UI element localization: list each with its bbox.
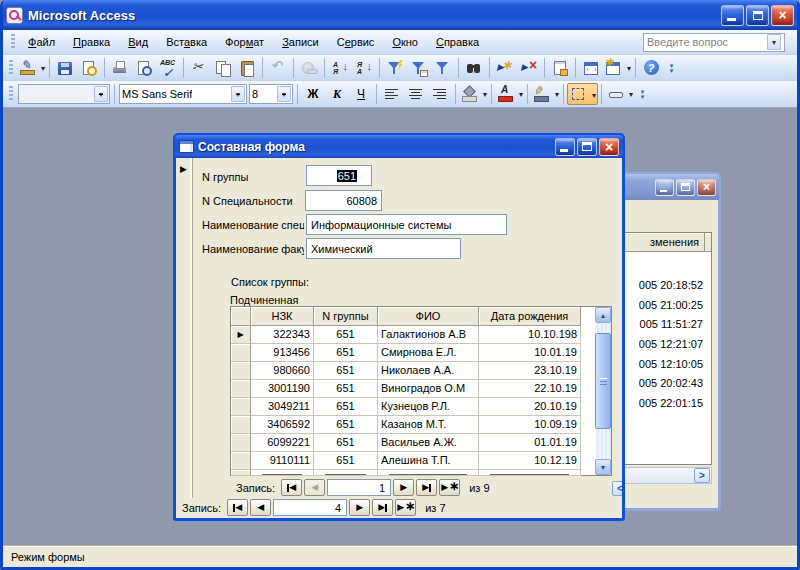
column-header-3[interactable]: Дата рождения (479, 307, 581, 326)
row-selector[interactable] (231, 416, 251, 434)
copy-button[interactable] (211, 57, 235, 79)
cell[interactable]: Васильев А.Ж. (378, 434, 479, 452)
row-selector[interactable] (231, 326, 251, 344)
menu-records[interactable]: Записи (273, 33, 328, 51)
database-window-button[interactable] (579, 57, 603, 79)
vertical-scrollbar[interactable]: ▲ ▼ (595, 307, 611, 475)
cell[interactable]: 10.12.19 (479, 452, 581, 470)
cell[interactable] (251, 470, 314, 476)
cut-button[interactable] (187, 57, 211, 79)
font-combo[interactable]: MS Sans Serif (119, 84, 247, 104)
scroll-up-button[interactable]: ▲ (595, 307, 611, 323)
form-titlebar[interactable]: Составная форма × (175, 135, 623, 158)
form-window[interactable]: Составная форма × ▶ N группы 651 N Специ… (173, 133, 625, 521)
subform-scroll-left-button[interactable] (612, 481, 622, 496)
previous-record-button[interactable] (304, 479, 325, 496)
menu-help[interactable]: Справка (427, 33, 488, 51)
cell[interactable]: 651 (314, 398, 378, 416)
minimize-button[interactable] (721, 5, 744, 26)
file-search-button[interactable] (77, 57, 101, 79)
record-selector-bar[interactable]: ▶ (176, 158, 193, 498)
cell[interactable]: 6099221 (251, 434, 314, 452)
properties-button[interactable] (548, 57, 572, 79)
scroll-down-button[interactable]: ▼ (595, 459, 611, 475)
line-width-button[interactable] (605, 83, 634, 105)
align-left-button[interactable] (380, 83, 404, 105)
row-selector-header[interactable] (231, 307, 251, 326)
next-record-button[interactable] (349, 499, 370, 516)
cell[interactable]: 3406592 (251, 416, 314, 434)
italic-button[interactable]: К (325, 83, 349, 105)
menu-insert[interactable]: Вставка (157, 33, 216, 51)
bg-minimize-button[interactable] (655, 179, 674, 196)
menu-format[interactable]: Формат (216, 33, 273, 51)
subform-record-number[interactable]: 1 (327, 479, 391, 496)
cell[interactable] (479, 470, 581, 476)
toolbar-options-button[interactable] (665, 56, 678, 80)
cell[interactable]: 651 (314, 326, 378, 344)
spelling-button[interactable] (156, 57, 180, 79)
last-record-button[interactable] (372, 499, 393, 516)
bg-maximize-button[interactable] (676, 179, 695, 196)
first-record-button[interactable] (227, 499, 248, 516)
cell[interactable]: 10.01.19 (479, 344, 581, 362)
print-button[interactable] (108, 57, 132, 79)
cell[interactable]: 10.10.198 (479, 326, 581, 344)
formatting-drag-handle[interactable] (9, 86, 13, 102)
new-record-button[interactable] (395, 499, 416, 516)
cell[interactable]: Виноградов О.М (378, 380, 479, 398)
cell[interactable]: 651 (314, 380, 378, 398)
cell[interactable]: 22.10.19 (479, 380, 581, 398)
align-center-button[interactable] (404, 83, 428, 105)
previous-record-button[interactable] (250, 499, 271, 516)
cell[interactable]: 3001190 (251, 380, 314, 398)
title-bar[interactable]: Microsoft Access × (0, 0, 800, 30)
cell[interactable]: 322343 (251, 326, 314, 344)
row-selector[interactable] (231, 470, 251, 476)
menu-file[interactable]: Файл (19, 33, 64, 51)
cell[interactable]: 10.09.19 (479, 416, 581, 434)
row-selector[interactable] (231, 452, 251, 470)
object-combo[interactable] (18, 84, 110, 104)
speciality-name-field[interactable]: Информационные системы (306, 214, 507, 235)
object-dropdown-icon[interactable] (94, 86, 108, 102)
row-selector[interactable] (231, 344, 251, 362)
question-combo[interactable]: Введите вопрос (643, 33, 785, 52)
cell[interactable]: Галактионов А.В (378, 326, 479, 344)
menu-edit[interactable]: Правка (64, 33, 119, 51)
underline-button[interactable]: Ч (349, 83, 373, 105)
cell[interactable]: Николаев А.А. (378, 362, 479, 380)
row-selector[interactable] (231, 380, 251, 398)
sort-desc-button[interactable] (352, 57, 376, 79)
bold-button[interactable]: Ж (301, 83, 325, 105)
print-preview-button[interactable] (132, 57, 156, 79)
line-color-button[interactable] (531, 83, 560, 105)
cell[interactable]: 651 (314, 452, 378, 470)
sort-asc-button[interactable] (328, 57, 352, 79)
form-minimize-button[interactable] (555, 138, 575, 156)
filter-by-selection-button[interactable] (383, 57, 407, 79)
help-button[interactable] (639, 57, 663, 79)
apply-filter-button[interactable] (431, 57, 455, 79)
main-record-number[interactable]: 4 (273, 499, 347, 516)
question-dropdown-icon[interactable] (767, 34, 781, 50)
speciality-number-field[interactable]: 60808 (305, 190, 382, 211)
formatting-options-button[interactable] (636, 82, 649, 106)
row-selector[interactable] (231, 398, 251, 416)
view-button[interactable] (17, 57, 46, 79)
menu-drag-handle[interactable] (11, 34, 15, 50)
cell[interactable]: Казанов М.Т. (378, 416, 479, 434)
bg-close-button[interactable]: × (697, 179, 716, 196)
cell[interactable]: 9110111 (251, 452, 314, 470)
new-object-button[interactable] (603, 57, 632, 79)
toolbar-drag-handle[interactable] (9, 60, 13, 76)
form-close-button[interactable]: × (599, 138, 619, 156)
first-record-button[interactable] (281, 479, 302, 496)
gridlines-button[interactable] (567, 83, 598, 105)
font-color-button[interactable] (495, 83, 524, 105)
cell[interactable]: Смирнова Е.Л. (378, 344, 479, 362)
align-right-button[interactable] (428, 83, 452, 105)
cell[interactable] (378, 470, 479, 476)
cell[interactable]: Алешина Т.П. (378, 452, 479, 470)
bg-scroll-right-button[interactable] (694, 468, 710, 483)
